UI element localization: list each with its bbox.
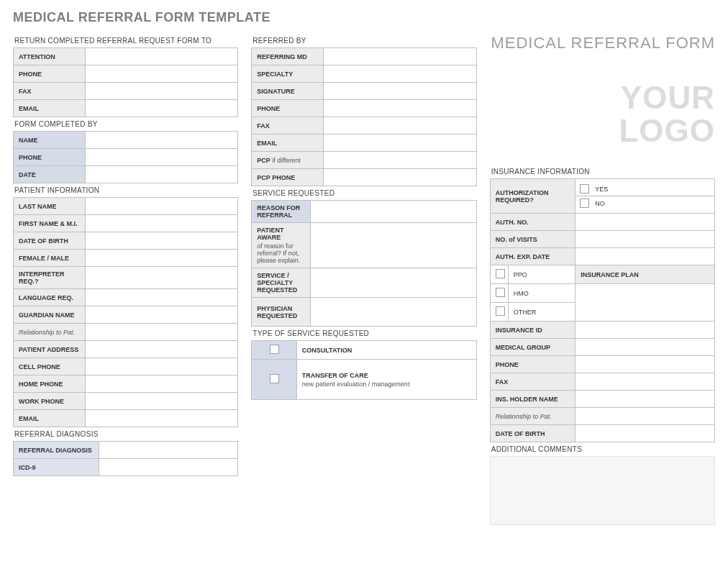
pcp-phone-input[interactable]: [324, 169, 476, 186]
home-input[interactable]: [85, 375, 237, 393]
ref-phone-input[interactable]: [324, 100, 476, 117]
aware-input[interactable]: [310, 223, 476, 268]
relationship-input[interactable]: [85, 324, 237, 341]
column-left: RETURN COMPLETED REFERRAL REQUEST FORM T…: [13, 34, 238, 525]
ins-id-input[interactable]: [575, 322, 715, 339]
aware-text: PATIENT AWARE: [257, 227, 283, 241]
pcp-sub: if different: [272, 157, 300, 164]
form-header: MEDICAL REFERRAL FORM: [490, 34, 715, 53]
auth-yes-label: YES: [595, 186, 608, 193]
consult-checkbox[interactable]: [270, 345, 279, 354]
ref-md-label: REFERRING MD: [252, 48, 324, 65]
ppo-label: PPO: [508, 265, 575, 284]
auth-no-checkbox[interactable]: [580, 199, 589, 208]
other-checkcell: [490, 303, 508, 322]
specialty-input[interactable]: [324, 65, 476, 83]
ins-dob-input[interactable]: [575, 425, 715, 442]
svc-input[interactable]: [310, 268, 476, 298]
reason-input[interactable]: [310, 201, 476, 223]
pat-email-input[interactable]: [85, 410, 237, 427]
lang-label: LANGUAGE REQ.: [14, 289, 86, 306]
ref-email-input[interactable]: [324, 135, 476, 152]
attention-input[interactable]: [85, 48, 237, 65]
referred-by-table: REFERRING MD SPECIALTY SIGNATURE PHONE F…: [251, 47, 476, 186]
ppo-checkcell: [490, 265, 508, 284]
interp-label: INTERPRETER REQ.?: [14, 267, 86, 289]
ins-fax-input[interactable]: [575, 373, 715, 391]
return-phone-input[interactable]: [85, 65, 237, 83]
return-to-table: ATTENTION PHONE FAX EMAIL: [13, 47, 238, 117]
ppo-checkbox[interactable]: [496, 269, 505, 278]
auth-yes-checkbox[interactable]: [580, 184, 589, 194]
ref-phone-label: PHONE: [252, 100, 324, 117]
home-label: HOME PHONE: [14, 375, 86, 393]
insurance-table: AUTHORIZATION REQUIRED? YES NO AUTH. NO.…: [490, 178, 715, 265]
cell-input[interactable]: [85, 358, 237, 375]
other-checkbox[interactable]: [496, 306, 505, 316]
aware-label: PATIENT AWAREof reason for referral? If …: [252, 223, 310, 268]
date-input[interactable]: [85, 166, 237, 183]
ref-diag-input[interactable]: [99, 442, 238, 459]
dob-input[interactable]: [85, 232, 237, 250]
ref-diag-heading: REFERRAL DIAGNOSIS: [13, 427, 238, 441]
auth-no-input[interactable]: [575, 214, 715, 231]
icd-input[interactable]: [99, 459, 238, 476]
transfer-label: TRANSFER OF CAREnew patient evaluation /…: [296, 360, 476, 400]
return-email-input[interactable]: [85, 100, 237, 117]
service-req-table: REASON FOR REFERRAL PATIENT AWAREof reas…: [251, 200, 476, 327]
phone-input[interactable]: [85, 149, 237, 166]
first-name-input[interactable]: [85, 215, 237, 232]
plan-input[interactable]: [575, 284, 715, 322]
type-service-table: CONSULTATION TRANSFER OF CAREnew patient…: [251, 340, 476, 400]
svc-label: SERVICE / SPECIALTY REQUESTED: [252, 268, 310, 298]
address-input[interactable]: [85, 341, 237, 358]
relationship-label: Relationship to Pat.: [14, 324, 86, 341]
dob-label: DATE OF BIRTH: [14, 232, 86, 250]
visits-input[interactable]: [575, 231, 715, 248]
phys-input[interactable]: [310, 298, 476, 327]
work-input[interactable]: [85, 393, 237, 410]
guardian-input[interactable]: [85, 306, 237, 324]
holder-label: INS. HOLDER NAME: [490, 391, 575, 408]
auth-label: AUTHORIZATION REQUIRED?: [490, 179, 575, 214]
specialty-label: SPECIALTY: [252, 65, 324, 83]
signature-input[interactable]: [324, 83, 476, 100]
guardian-label: GUARDIAN NAME: [14, 306, 86, 324]
ins-phone-input[interactable]: [575, 356, 715, 373]
name-input[interactable]: [85, 132, 237, 149]
hmo-checkbox[interactable]: [496, 288, 505, 297]
referred-by-heading: REFERRED BY: [251, 34, 476, 47]
return-phone-label: PHONE: [14, 65, 86, 83]
ref-fax-input[interactable]: [324, 117, 476, 135]
aware-sub: of reason for referral? If not, please e…: [257, 242, 304, 264]
lang-input[interactable]: [85, 289, 237, 306]
ref-md-input[interactable]: [324, 48, 476, 65]
phys-label: PHYSICIAN REQUESTED: [252, 298, 310, 327]
interp-input[interactable]: [85, 267, 237, 289]
ins-phone-label: PHONE: [490, 356, 575, 373]
patient-heading: PATIENT INFORMATION: [13, 183, 238, 197]
consult-label: CONSULTATION: [296, 341, 476, 360]
holder-input[interactable]: [575, 391, 715, 408]
return-fax-label: FAX: [14, 83, 86, 100]
return-fax-input[interactable]: [85, 83, 237, 100]
work-label: WORK PHONE: [14, 393, 86, 410]
auth-no-label2: AUTH. NO.: [490, 214, 575, 231]
group-input[interactable]: [575, 339, 715, 356]
comments-input[interactable]: [490, 456, 715, 525]
ins-id-label: INSURANCE ID: [490, 322, 575, 339]
patient-table: LAST NAME FIRST NAME & M.I. DATE OF BIRT…: [13, 197, 238, 427]
return-to-heading: RETURN COMPLETED REFERRAL REQUEST FORM T…: [13, 34, 238, 47]
pcp-input[interactable]: [324, 152, 476, 169]
name-label: NAME: [14, 132, 86, 149]
ins-rel-input[interactable]: [575, 408, 715, 425]
logo-line1: YOUR: [490, 81, 715, 114]
sex-input[interactable]: [85, 250, 237, 267]
exp-input[interactable]: [575, 248, 715, 265]
column-right: MEDICAL REFERRAL FORM YOUR LOGO INSURANC…: [490, 34, 715, 525]
ref-diag-label: REFERRAL DIAGNOSIS: [14, 442, 99, 459]
plan-label: INSURANCE PLAN: [575, 265, 715, 284]
phone-label: PHONE: [14, 149, 86, 166]
last-name-input[interactable]: [85, 198, 237, 215]
transfer-checkbox[interactable]: [270, 374, 279, 383]
